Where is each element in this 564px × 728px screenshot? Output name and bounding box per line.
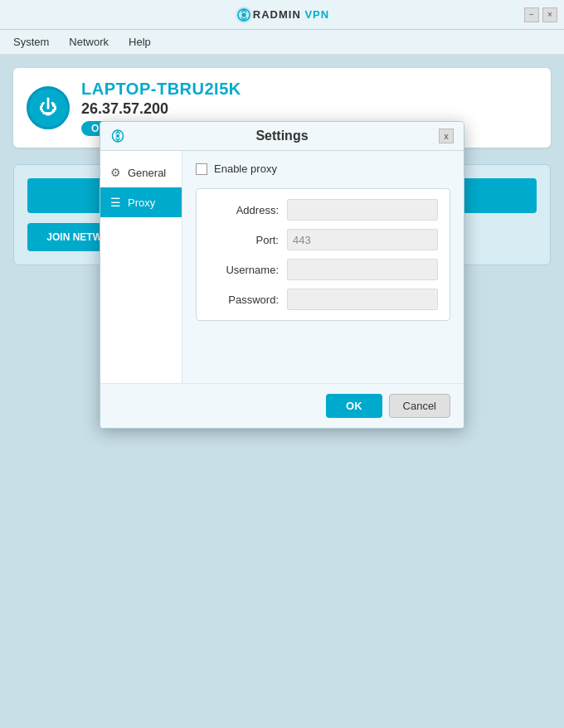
password-input[interactable] (287, 289, 438, 310)
port-input[interactable] (287, 229, 438, 250)
cancel-button[interactable]: Cancel (389, 394, 450, 418)
minimize-button[interactable]: − (524, 7, 539, 22)
enable-proxy-label: Enable proxy (214, 163, 277, 175)
svg-point-1 (241, 12, 246, 17)
proxy-fields: Address: Port: Username: Passwor (196, 188, 450, 321)
dialog-title-left (110, 129, 125, 143)
menu-system[interactable]: System (10, 34, 52, 50)
title-bar: RADMIN VPN − × (0, 0, 564, 30)
sidebar-item-general-label: General (128, 167, 166, 179)
menu-bar: System Network Help (0, 30, 564, 55)
dialog-footer: OK Cancel (100, 383, 464, 428)
close-button[interactable]: × (542, 7, 557, 22)
enable-proxy-row: Enable proxy (196, 163, 450, 175)
dialog-logo-icon (110, 129, 125, 143)
svg-point-2 (116, 134, 119, 138)
username-input[interactable] (287, 259, 438, 280)
port-row: Port: (208, 229, 438, 250)
address-row: Address: (208, 199, 438, 221)
dialog-title-bar: Settings x (100, 122, 464, 151)
dialog-sidebar: ⚙ General ☰ Proxy (100, 151, 182, 383)
dialog-body: ⚙ General ☰ Proxy Enable proxy (100, 151, 464, 383)
sidebar-item-proxy[interactable]: ☰ Proxy (100, 187, 182, 217)
proxy-icon: ☰ (110, 196, 121, 209)
address-label: Address: (208, 204, 279, 216)
password-label: Password: (208, 294, 279, 306)
title-bar-center: RADMIN VPN (190, 6, 373, 24)
menu-network[interactable]: Network (66, 34, 112, 50)
app-logo-icon (235, 6, 253, 24)
ok-button[interactable]: OK (326, 394, 382, 418)
dialog-content: Enable proxy Address: Port: (182, 151, 464, 383)
sidebar-item-proxy-label: Proxy (128, 197, 155, 209)
address-input[interactable] (287, 199, 438, 221)
enable-proxy-checkbox[interactable] (196, 163, 207, 175)
username-row: Username: (208, 259, 438, 280)
port-label: Port: (208, 234, 279, 246)
dialog-title-text: Settings (125, 129, 439, 143)
password-row: Password: (208, 289, 438, 310)
gear-icon: ⚙ (110, 166, 121, 179)
settings-dialog: Settings x ⚙ General ☰ Proxy (100, 121, 464, 429)
app-title: RADMIN VPN (253, 8, 329, 21)
dialog-overlay: Settings x ⚙ General ☰ Proxy (0, 55, 564, 728)
menu-help[interactable]: Help (125, 34, 154, 50)
dialog-close-button[interactable]: x (439, 129, 454, 143)
sidebar-item-general[interactable]: ⚙ General (100, 158, 182, 187)
app-area: ⏻ LAPTOP-TBRU2I5K 26.37.57.200 Online CR… (0, 55, 564, 728)
username-label: Username: (208, 264, 279, 276)
